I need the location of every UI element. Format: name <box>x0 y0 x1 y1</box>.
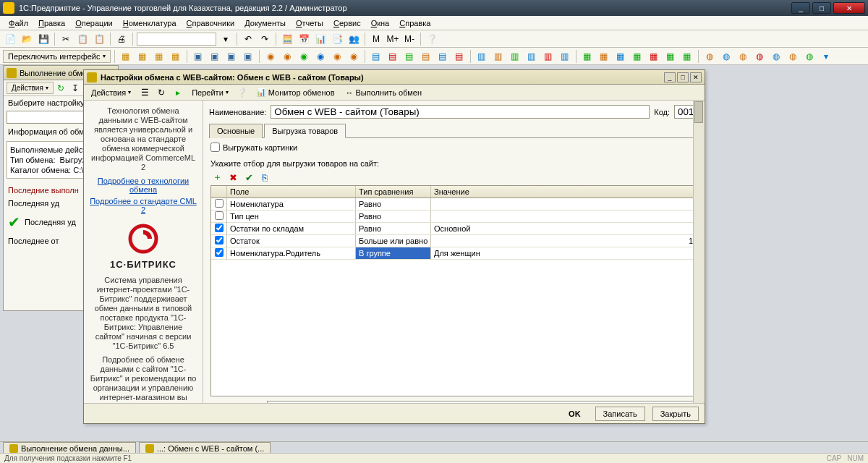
tb2-14-icon[interactable]: ◉ <box>346 49 361 64</box>
cell-value[interactable] <box>431 215 697 218</box>
tb2-3-icon[interactable]: ▦ <box>152 49 166 64</box>
copy-row-icon[interactable]: ⎘ <box>258 171 271 184</box>
table-row[interactable]: ОстатокБольше или равно1 <box>211 235 697 247</box>
filter-grid[interactable]: Поле Тип сравнения Значение Номенклатура… <box>210 185 697 396</box>
dialog-maximize-button[interactable]: □ <box>677 72 689 82</box>
tool2-icon[interactable]: 📑 <box>330 32 344 46</box>
col-field[interactable]: Поле <box>227 186 356 197</box>
cut-icon[interactable]: ✂ <box>59 32 73 46</box>
tb2-35-icon[interactable]: ◍ <box>719 49 733 64</box>
row-checkbox[interactable] <box>215 248 224 257</box>
save-button[interactable]: Записать <box>595 407 645 421</box>
actions-button[interactable]: Действия▾ <box>7 82 54 94</box>
tb2-4-icon[interactable]: ▦ <box>169 49 183 64</box>
menu-nomenclature[interactable]: Номенклатура <box>119 17 181 29</box>
copy-icon[interactable]: 📋 <box>75 32 90 46</box>
row-checkbox[interactable] <box>215 236 224 245</box>
tab-main[interactable]: Основные <box>209 124 263 138</box>
tb2-21-icon[interactable]: ▥ <box>475 49 489 64</box>
cell-field[interactable]: Остаток <box>227 235 356 247</box>
table-row[interactable]: Остатки по складамРавноОсновной <box>211 223 697 235</box>
refresh-icon[interactable]: ↻ <box>54 81 68 95</box>
tb2-16-icon[interactable]: ▤ <box>386 49 400 64</box>
mem-mminus[interactable]: M- <box>402 32 417 46</box>
tb2-17-icon[interactable]: ▤ <box>402 49 417 64</box>
menu-service[interactable]: Сервис <box>329 17 365 29</box>
dialog-actions-button[interactable]: Действия▾ <box>87 86 135 99</box>
tb2-31-icon[interactable]: ▦ <box>647 49 661 64</box>
tb2-20-icon[interactable]: ▤ <box>452 49 467 64</box>
tb2-12-icon[interactable]: ◉ <box>313 49 328 64</box>
tb2-24-icon[interactable]: ▥ <box>524 49 539 64</box>
cell-field[interactable]: Тип цен <box>227 211 356 222</box>
tb2-8-icon[interactable]: ▣ <box>241 49 255 64</box>
tb2-40-icon[interactable]: ◍ <box>802 49 817 64</box>
add-row-icon[interactable]: ＋ <box>210 171 224 184</box>
cell-value[interactable] <box>431 203 697 205</box>
cell-compare[interactable]: Больше или равно <box>356 235 431 247</box>
tb2-37-icon[interactable]: ◍ <box>752 49 767 64</box>
tb2-9-icon[interactable]: ◉ <box>263 49 278 64</box>
new-icon[interactable]: 📄 <box>3 32 17 46</box>
tb2-25-icon[interactable]: ▥ <box>541 49 556 64</box>
dlg-help-icon[interactable]: ❔ <box>235 85 250 100</box>
close-button[interactable]: ✕ <box>833 2 865 14</box>
search-input[interactable] <box>137 33 216 46</box>
cell-value[interactable]: Для женщин <box>431 247 697 259</box>
cml-link[interactable]: Подробнее о стандарте CML 2 <box>90 197 197 214</box>
cell-compare[interactable]: В группе <box>356 247 431 259</box>
cell-field[interactable]: Номенклатура <box>227 198 356 210</box>
tb2-29-icon[interactable]: ▦ <box>613 49 628 64</box>
menu-operations[interactable]: Операции <box>71 17 116 29</box>
menu-help[interactable]: Справка <box>395 17 435 29</box>
export-images-checkbox[interactable] <box>210 143 220 152</box>
undo-icon[interactable]: ↶ <box>241 32 255 46</box>
tb2-33-icon[interactable]: ▦ <box>680 49 694 64</box>
dlg-tb-1-icon[interactable]: ☰ <box>137 85 152 100</box>
tb2-11-icon[interactable]: ◉ <box>297 49 311 64</box>
goto-button[interactable]: Перейти▾ <box>187 86 233 99</box>
paste-icon[interactable]: 📋 <box>92 32 106 46</box>
tech-link[interactable]: Подробнее о технологии обмена <box>90 177 197 194</box>
tb2-27-icon[interactable]: ▦ <box>580 49 595 64</box>
tool1-icon[interactable]: 📊 <box>313 32 328 46</box>
ok-button[interactable]: OK <box>561 407 588 421</box>
tb2-10-icon[interactable]: ◉ <box>280 49 294 64</box>
row-checkbox[interactable] <box>215 211 224 220</box>
tb2-15-icon[interactable]: ▤ <box>369 49 383 64</box>
tb2-39-icon[interactable]: ◍ <box>786 49 800 64</box>
cell-compare[interactable]: Равно <box>356 198 431 210</box>
minimize-button[interactable]: _ <box>791 2 810 14</box>
tb2-5-icon[interactable]: ▣ <box>191 49 205 64</box>
tb2-32-icon[interactable]: ▦ <box>663 49 678 64</box>
cell-value[interactable]: Основной <box>431 223 697 234</box>
dialog-close-button[interactable]: ✕ <box>690 72 702 82</box>
table-row[interactable]: Номенклатура.РодительВ группеДля женщин <box>211 247 697 260</box>
cell-field[interactable]: Остатки по складам <box>227 223 356 234</box>
tool3-icon[interactable]: 👥 <box>346 32 361 46</box>
menu-reports[interactable]: Отчеты <box>292 17 328 29</box>
menu-windows[interactable]: Окна <box>367 17 394 29</box>
tb2-7-icon[interactable]: ▣ <box>224 49 239 64</box>
menu-documents[interactable]: Документы <box>240 17 290 29</box>
table-row[interactable]: НоменклатураРавно <box>211 198 697 211</box>
tb2-22-icon[interactable]: ▥ <box>491 49 506 64</box>
switch-interface-button[interactable]: Переключить интерфейс ▾ <box>3 50 111 63</box>
export-icon[interactable]: ↧ <box>68 81 82 95</box>
tb2-13-icon[interactable]: ◉ <box>330 49 344 64</box>
row-checkbox[interactable] <box>215 199 224 208</box>
calendar-icon[interactable]: 📅 <box>297 32 311 46</box>
tb2-23-icon[interactable]: ▥ <box>508 49 522 64</box>
redo-icon[interactable]: ↷ <box>258 32 272 46</box>
table-row[interactable]: Тип ценРавно <box>211 211 697 223</box>
menu-edit[interactable]: Правка <box>34 17 69 29</box>
mem-mplus[interactable]: M+ <box>386 32 400 46</box>
tb2-19-icon[interactable]: ▤ <box>435 49 450 64</box>
name-input[interactable] <box>271 105 650 119</box>
mem-m[interactable]: M <box>369 32 383 46</box>
tb2-26-icon[interactable]: ▥ <box>558 49 572 64</box>
save-icon[interactable]: 💾 <box>36 32 51 46</box>
cell-compare[interactable]: Равно <box>356 223 431 234</box>
calc-icon[interactable]: 🧮 <box>280 32 294 46</box>
tb2-38-icon[interactable]: ◍ <box>769 49 783 64</box>
